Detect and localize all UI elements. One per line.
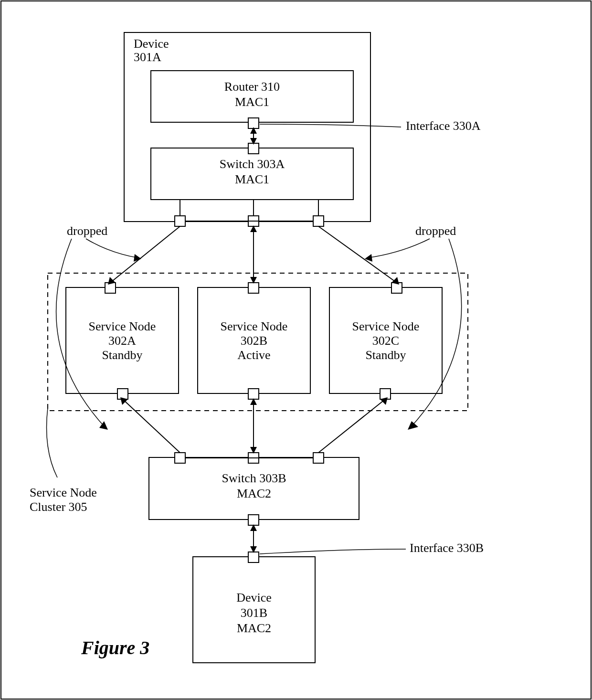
port-switchb-right (313, 453, 324, 463)
device-b-title: Device (236, 591, 272, 605)
node-a-title: Service Node (89, 319, 156, 333)
port-router-bottom (248, 118, 259, 128)
label-interface-b: Interface 330B (410, 541, 484, 555)
diagram-svg: Device 301A Router 310 MAC1 Switch 303A … (0, 0, 592, 700)
cluster-l1: Service Node (30, 486, 97, 499)
router-mac: MAC1 (235, 95, 269, 109)
node-c-port-bottom (380, 389, 391, 399)
router-title: Router 310 (224, 80, 280, 94)
port-device-b-top (248, 552, 259, 562)
node-b-port-top (248, 283, 259, 293)
node-a-id: 302A (108, 334, 136, 348)
port-switcha-right (313, 216, 324, 226)
label-dropped-left: dropped (67, 224, 107, 238)
node-a-port-bottom (117, 389, 128, 399)
figure-label: Figure 3 (81, 637, 149, 658)
switch-a-title: Switch 303A (220, 157, 285, 171)
switch-b-mac: MAC2 (237, 487, 271, 500)
node-c-id: 302C (372, 334, 399, 348)
port-switchb-left (175, 453, 185, 463)
port-switcha-left (175, 216, 185, 226)
device-b-mac: MAC2 (237, 621, 271, 635)
node-a-state: Standby (102, 348, 142, 362)
node-c-port-top (391, 283, 402, 293)
label-interface-a: Interface 330A (406, 119, 481, 133)
label-dropped-right: dropped (415, 224, 456, 238)
switch-b-title: Switch 303B (222, 471, 286, 485)
port-switchb-bottom (248, 515, 259, 525)
device-a-id: 301A (134, 50, 161, 64)
device-a-title: Device (134, 37, 169, 51)
device-b-id: 301B (241, 606, 267, 620)
node-b-id: 302B (241, 334, 267, 348)
node-b-title: Service Node (221, 319, 288, 333)
node-c-state: Standby (365, 348, 406, 362)
port-switch-a-top (248, 143, 259, 154)
node-a-port-top (105, 283, 116, 293)
diagram-stage: Device 301A Router 310 MAC1 Switch 303A … (0, 0, 592, 700)
node-c-title: Service Node (352, 319, 420, 333)
cluster-l2: Cluster 305 (30, 500, 87, 514)
node-b-state: Active (237, 348, 270, 362)
switch-a-mac: MAC1 (235, 172, 269, 186)
node-b-port-bottom (248, 389, 259, 399)
